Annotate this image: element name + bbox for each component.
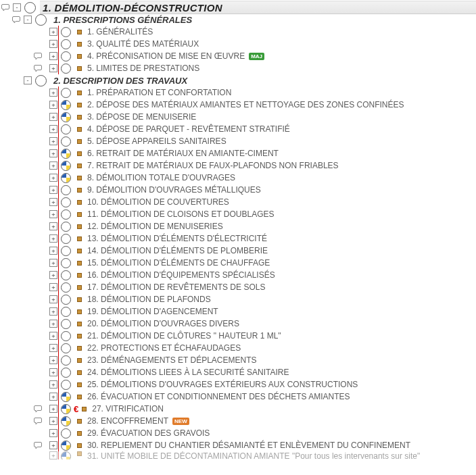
expand-toggle[interactable]: + [49,380,57,389]
expand-toggle[interactable]: + [49,320,57,328]
tree-item-row[interactable]: +22. PROTECTIONS ET ÉCHAFAUDAGES [0,342,476,354]
tree-item-row[interactable]: +24. DÉMOLITIONS LIEES À LA SECURITÉ SAN… [0,366,476,378]
expand-toggle[interactable]: + [49,295,57,303]
expand-toggle[interactable]: + [49,393,57,401]
expand-toggle[interactable]: + [49,234,57,243]
tree-item-row[interactable]: +31. UNITÉ MOBILE DE DÉCONTAMINATION AMI… [0,451,476,459]
comment-icon[interactable] [11,15,22,24]
tree-section-row[interactable]: -1. PRESCRIPTIONS GÉNÉRALES [0,14,476,26]
comment-icon[interactable] [32,441,43,450]
expand-toggle[interactable]: + [49,307,57,316]
status-circle-icon [61,270,71,280]
tree-item-row[interactable]: +2. DÉPOSE DES MATÉRIAUX AMIANTES ET NET… [0,99,476,111]
expand-toggle[interactable]: + [49,210,57,218]
tree-item-row[interactable]: +€27. VITRIFICATION [0,403,476,415]
expand-toggle[interactable]: + [49,137,57,145]
expand-toggle[interactable]: + [49,28,57,36]
expand-toggle[interactable]: + [49,451,57,459]
expand-toggle[interactable]: - [13,3,21,11]
expand-toggle[interactable]: + [49,271,57,279]
tree-section-row[interactable]: -2. DESCRIPTION DES TRAVAUX [0,74,476,86]
section-title: 1. PRESCRIPTIONS GÉNÉRALES [51,15,192,25]
comment-icon[interactable] [32,416,43,426]
tree-item-row[interactable]: +5. LIMITES DE PRESTATIONS [0,62,476,74]
tree-item-row[interactable]: +16. DÉMOLITION D'ÉQUIPEMENTS SPÉCIALISÉ… [0,269,476,281]
tree-item-row[interactable]: +21. DÉMOLITION DE CLÔTURES " HAUTEUR 1 … [0,330,476,342]
expand-toggle[interactable]: + [49,429,57,437]
tree-item-row[interactable]: +13. DÉMOLITION D'ÉLÉMENTS D'ÉLECTRICITÉ [0,232,476,245]
expand-toggle[interactable]: + [49,64,57,72]
tree-item-row[interactable]: +7. RETRAIT DE MATÉRIAUX DE FAUX-PLAFOND… [0,159,476,172]
expand-toggle[interactable]: + [49,417,57,425]
comment-icon[interactable] [32,404,43,414]
tree-item-row[interactable]: +8. DÉMOLITION TOTALE D'OUVRAGES [0,172,476,184]
expand-toggle[interactable]: + [49,161,57,170]
svg-rect-0 [1,4,9,9]
expand-toggle[interactable]: + [49,247,57,255]
bullet-icon [77,309,82,314]
tree-item-row[interactable]: +15. DÉMOLITION D'ÉLÉMENTS DE CHAUFFAGE [0,257,476,269]
expand-toggle[interactable]: + [49,441,57,449]
tree-item-row[interactable]: +4. DÉPOSE DE PARQUET - REVÊTEMENT STRAT… [0,123,476,135]
tree-item-row[interactable]: +12. DÉMOLITION DE MENUISERIES [0,220,476,232]
tree-item-row[interactable]: +10. DÉMOLITION DE COUVERTURES [0,196,476,208]
tree-item-row[interactable]: +19. DÉMOLITION D'AGENCEMENT [0,305,476,318]
tree-item-row[interactable]: +20. DÉMOLITION D'OUVRAGES DIVERS [0,318,476,330]
expand-toggle[interactable]: + [49,405,57,413]
tree-item-row[interactable]: +14. DÉMOLITION D'ÉLÉMENTS DE PLOMBERIE [0,245,476,257]
expand-toggle[interactable]: + [49,332,57,340]
comment-icon[interactable] [0,3,11,12]
tree-item-row[interactable]: +11. DÉMOLITION DE CLOISONS ET DOUBLAGES [0,208,476,220]
tree-item-row[interactable]: +1. GÉNÉRALITÉS [0,26,476,38]
tree-item-row[interactable]: +6. RETRAIT DE MATÉRIAUX EN AMIANTE-CIME… [0,147,476,159]
bullet-icon [77,249,82,253]
tree-item-row[interactable]: +4. PRÉCONISATION DE MISE EN ŒUVREMAJ [0,50,476,62]
tree-item-row[interactable]: +9. DÉMOLITION D'OUVRAGES MÉTALLIQUES [0,184,476,196]
status-circle-icon [61,416,71,426]
item-title: 20. DÉMOLITION D'OUVRAGES DIVERS [85,319,239,328]
tree-item-row[interactable]: +5. DÉPOSE APPAREILS SANITAIRES [0,135,476,147]
expand-toggle[interactable]: + [49,125,57,133]
tree-item-row[interactable]: +25. DÉMOLITIONS D'OUVRAGES EXTÉRIEURS A… [0,378,476,391]
expand-toggle[interactable]: + [49,283,57,291]
bullet-icon [77,127,82,132]
bullet-icon [77,139,82,144]
svg-rect-6 [34,442,41,447]
expand-toggle[interactable]: + [49,368,57,376]
expand-toggle[interactable]: + [49,149,57,157]
expand-toggle[interactable]: + [49,344,57,352]
bullet-icon [77,358,82,363]
item-title: 5. DÉPOSE APPAREILS SANITAIRES [85,136,227,146]
tree-item-row[interactable]: +26. ÉVACUATION ET CONDITIONNEMENT DES D… [0,391,476,403]
expand-toggle[interactable]: + [49,52,57,60]
comment-icon[interactable] [32,51,43,61]
bullet-icon [77,91,82,95]
expand-toggle[interactable]: - [24,16,32,24]
tree-item-row[interactable]: +17. DÉMOLITION DE REVÊTEMENTS DE SOLS [0,281,476,293]
item-title: 6. RETRAIT DE MATÉRIAUX EN AMIANTE-CIMEN… [85,149,279,158]
bullet-icon [77,419,82,424]
comment-icon[interactable] [32,64,43,73]
expand-toggle[interactable]: + [49,222,57,230]
expand-toggle[interactable]: + [49,356,57,364]
tree-item-row[interactable]: +30. REPLIEMENT DU CHANTIER DÉSAMIANTÉ E… [0,439,476,451]
expand-toggle[interactable]: + [49,89,57,97]
status-circle-icon [61,197,71,207]
expand-toggle[interactable]: + [49,198,57,206]
expand-toggle[interactable]: + [49,186,57,194]
tree-item-row[interactable]: +3. DÉPOSE DE MENUISERIE [0,111,476,123]
tree-root-row[interactable]: -1. DÉMOLITION-DÉCONSTRUCTION [0,1,476,14]
expand-toggle[interactable]: + [49,174,57,182]
tree-item-row[interactable]: +1. PRÉPARATION ET CONFORTATION [0,86,476,99]
tree-item-row[interactable]: +29. ÉVACUATION DES GRAVOIS [0,427,476,439]
tree-item-row[interactable]: +3. QUALITÉ DES MATÉRIAUX [0,38,476,50]
status-circle-icon [61,368,71,378]
expand-toggle[interactable]: + [49,101,57,109]
tree-item-row[interactable]: +23. DÉMÉNAGEMENTS ET DÉPLACEMENTS [0,354,476,366]
expand-toggle[interactable]: + [49,113,57,121]
tree-item-row[interactable]: +28. ENCOFFREMENTNEW [0,415,476,427]
tree-item-row[interactable]: +18. DÉMOLITION DE PLAFONDS [0,293,476,305]
expand-toggle[interactable]: + [49,259,57,267]
expand-toggle[interactable]: - [24,76,32,84]
expand-toggle[interactable]: + [49,40,57,48]
